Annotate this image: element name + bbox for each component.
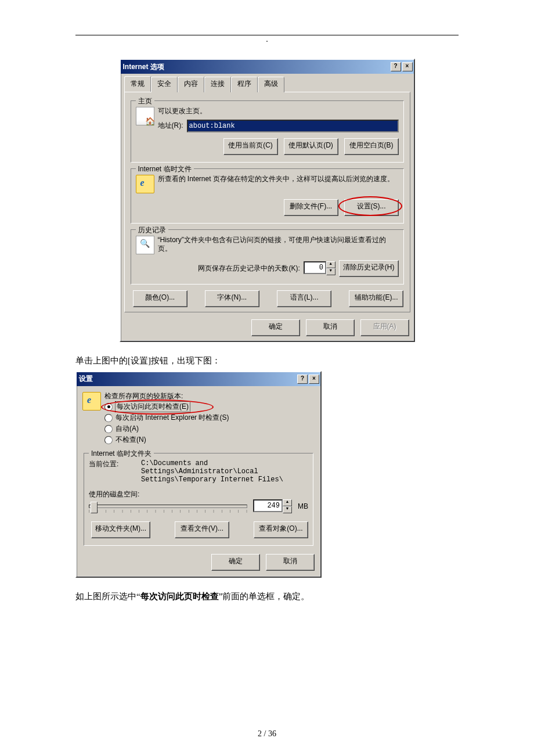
cancel-button[interactable]: 取消 — [306, 319, 355, 336]
radio-icon — [104, 436, 113, 444]
settings-dialog: 设置 ? × 检查所存网页的较新版本: 每次访问此页时检查(E) 每次启动 In… — [75, 371, 322, 578]
home-icon — [136, 107, 154, 125]
ie-cache-icon — [136, 175, 154, 193]
apply-button[interactable]: 应用(A) — [360, 319, 409, 336]
address-label: 地址(R): — [158, 121, 183, 131]
spinner-up-icon[interactable]: ▲ — [283, 499, 292, 506]
view-objects-button[interactable]: 查看对象(O)... — [254, 521, 308, 538]
radio-never[interactable]: 不检查(N) — [104, 435, 315, 445]
temp-desc: 所查看的 Internet 页存储在特定的文件夹中，这样可以提高以后浏览的速度。 — [158, 175, 399, 184]
titlebar: Internet 选项 ? × — [121, 60, 414, 74]
dialog-title: Internet 选项 — [123, 62, 389, 72]
page-number: 2 / 36 — [0, 729, 534, 739]
caption-2: 如上图所示选中“每次访问此页时检查”前面的单选框，确定。 — [75, 589, 459, 603]
tab-advanced[interactable]: 高级 — [258, 77, 284, 92]
disk-space-value[interactable]: 249 — [253, 499, 283, 512]
help-icon[interactable]: ? — [297, 375, 308, 384]
accessibility-button[interactable]: 辅助功能(E)... — [349, 290, 403, 307]
disk-space-slider[interactable] — [89, 505, 247, 508]
tab-security[interactable]: 安全 — [151, 77, 178, 92]
caption-1: 单击上图中的[设置]按钮，出现下图： — [75, 354, 459, 368]
home-groupbox: 主页 可以更改主页。 地址(R): about:blank 使用当前页(C) 使… — [131, 100, 404, 163]
radio-every-visit[interactable]: 每次访问此页时检查(E) — [104, 402, 315, 412]
document-page: . Internet 选项 ? × 常规 安全 内容 连接 程序 高级 主页 可… — [0, 0, 534, 756]
history-icon — [136, 236, 154, 254]
tabs-row: 常规 安全 内容 连接 程序 高级 — [121, 74, 414, 92]
disk-space-label: 使用的磁盘空间: — [89, 489, 308, 499]
home-desc: 可以更改主页。 — [158, 107, 399, 116]
disk-space-spinner[interactable]: 249 ▲ ▼ — [253, 499, 292, 513]
radio-label: 自动(A) — [116, 424, 139, 434]
clear-history-button[interactable]: 清除历史记录(H) — [339, 260, 399, 277]
use-blank-button[interactable]: 使用空白页(B) — [344, 138, 399, 155]
ok-button[interactable]: 确定 — [211, 554, 260, 571]
caption-2-post: ”前面的单选框，确定。 — [219, 592, 310, 601]
caption-2-bold: 每次访问此页时检查 — [140, 592, 219, 601]
radio-auto[interactable]: 自动(A) — [104, 424, 315, 434]
move-folder-button[interactable]: 移动文件夹(M)... — [91, 521, 150, 538]
history-days-value[interactable]: 0 — [304, 261, 326, 274]
settings-body: 检查所存网页的较新版本: 每次访问此页时检查(E) 每次启动 Internet … — [77, 386, 320, 577]
current-location-value: C:\Documents and Settings\Administrator\… — [141, 459, 308, 484]
temp-legend: Internet 临时文件 — [136, 164, 194, 174]
temp-folder-legend: Internet 临时文件夹 — [89, 449, 154, 459]
history-days-label: 网页保存在历史记录中的天数(K): — [198, 264, 300, 273]
spinner-up-icon[interactable]: ▲ — [326, 261, 335, 268]
home-legend: 主页 — [136, 96, 154, 106]
radio-label: 每次启动 Internet Explorer 时检查(S) — [116, 413, 229, 423]
close-icon[interactable]: × — [309, 375, 319, 384]
ie-cache-icon — [82, 392, 101, 411]
address-input[interactable]: about:blank — [187, 120, 399, 132]
history-legend: 历史记录 — [136, 225, 168, 235]
history-groupbox: 历史记录 “History”文件夹中包含有已访问页的链接，可使用户快速访问最近查… — [131, 229, 404, 285]
languages-button[interactable]: 语言(L)... — [277, 290, 331, 307]
slider-ticks: |||||||||||||||||||| — [89, 509, 247, 513]
use-default-button[interactable]: 使用默认页(D) — [284, 138, 338, 155]
slider-thumb[interactable] — [91, 502, 98, 513]
check-newer-label: 检查所存网页的较新版本: — [104, 392, 315, 401]
temp-folder-groupbox: Internet 临时文件夹 当前位置: C:\Documents and Se… — [84, 453, 313, 546]
help-icon[interactable]: ? — [391, 62, 401, 71]
internet-options-dialog: Internet 选项 ? × 常规 安全 内容 连接 程序 高级 主页 可以更… — [120, 59, 415, 342]
settings-button[interactable]: 设置(S)... — [344, 199, 399, 216]
close-icon[interactable]: × — [402, 62, 413, 71]
tab-programs[interactable]: 程序 — [231, 77, 258, 92]
tab-pane-general: 主页 可以更改主页。 地址(R): about:blank 使用当前页(C) 使… — [124, 92, 410, 312]
radio-icon — [104, 403, 113, 411]
caption-2-pre: 如上图所示选中“ — [75, 592, 140, 601]
history-days-spinner[interactable]: 0 ▲ ▼ — [304, 261, 335, 275]
titlebar: 设置 ? × — [77, 372, 320, 386]
cancel-button[interactable]: 取消 — [266, 554, 315, 571]
fonts-button[interactable]: 字体(N)... — [205, 290, 259, 307]
dialog-title: 设置 — [79, 374, 296, 384]
radio-icon — [104, 414, 113, 422]
delete-files-button[interactable]: 删除文件(F)... — [284, 199, 338, 216]
temp-files-groupbox: Internet 临时文件 所查看的 Internet 页存储在特定的文件夹中，… — [131, 168, 404, 224]
spinner-down-icon[interactable]: ▼ — [283, 506, 292, 513]
tab-content[interactable]: 内容 — [178, 77, 204, 92]
tab-connections[interactable]: 连接 — [204, 77, 231, 92]
spinner-down-icon[interactable]: ▼ — [326, 268, 335, 275]
disk-space-unit: MB — [298, 502, 308, 510]
header-period: . — [266, 35, 268, 44]
ok-button[interactable]: 确定 — [251, 319, 300, 336]
radio-label: 不检查(N) — [116, 435, 146, 445]
radio-label: 每次访问此页时检查(E) — [116, 402, 190, 412]
colors-button[interactable]: 颜色(O)... — [133, 290, 187, 307]
current-location-label: 当前位置: — [89, 459, 129, 469]
use-current-button[interactable]: 使用当前页(C) — [223, 138, 278, 155]
radio-icon — [104, 425, 113, 433]
radio-every-start[interactable]: 每次启动 Internet Explorer 时检查(S) — [104, 413, 315, 423]
tab-general[interactable]: 常规 — [124, 76, 151, 92]
view-files-button[interactable]: 查看文件(V)... — [175, 521, 229, 538]
history-desc: “History”文件夹中包含有已访问页的链接，可使用户快速访问最近查看过的页。 — [158, 236, 399, 254]
